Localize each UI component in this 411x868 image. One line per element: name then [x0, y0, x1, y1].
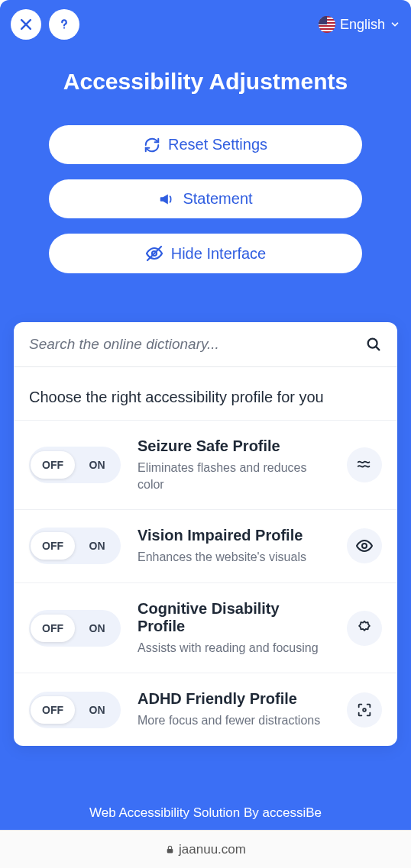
badge-icon [347, 611, 382, 646]
toggle-cognitive-disability[interactable]: OFF ON [29, 610, 121, 647]
toggle-on-label: ON [75, 451, 119, 479]
svg-line-13 [376, 347, 379, 350]
eye-slash-icon [145, 244, 163, 263]
lock-icon [165, 844, 175, 854]
toggle-off-label: OFF [31, 696, 75, 724]
toggle-off-label: OFF [31, 451, 75, 479]
profile-title: ADHD Friendly Profile [138, 690, 330, 708]
hide-interface-button[interactable]: Hide Interface [49, 234, 362, 273]
hero: Accessibility Adjustments Reset Settings… [0, 46, 411, 322]
statement-button[interactable]: Statement [49, 179, 362, 218]
page-title: Accessibility Adjustments [15, 69, 396, 95]
toggle-adhd-friendly[interactable]: OFF ON [29, 692, 121, 728]
focus-icon [347, 692, 382, 728]
toggle-on-label: ON [75, 615, 119, 642]
svg-rect-8 [319, 30, 335, 31]
svg-rect-16 [167, 849, 173, 853]
eye-icon [347, 528, 382, 563]
reset-icon [144, 137, 160, 153]
footer-credit[interactable]: Web Accessibility Solution By accessiBe [0, 798, 411, 830]
profile-seizure-safe: OFF ON Seizure Safe Profile Eliminates f… [14, 420, 397, 509]
toggle-off-label: OFF [31, 615, 75, 642]
language-label: English [340, 17, 385, 33]
profile-vision-impaired: OFF ON Vision Impaired Profile Enhances … [14, 509, 397, 582]
hide-label: Hide Interface [171, 245, 267, 263]
close-button[interactable] [11, 9, 41, 40]
profiles-panel: Choose the right accessibility profile f… [14, 322, 397, 746]
svg-point-2 [63, 27, 65, 28]
browser-domain: jaanuu.com [179, 842, 246, 857]
svg-point-15 [363, 708, 366, 712]
profile-desc: Eliminates flashes and reduces color [138, 460, 330, 492]
reset-label: Reset Settings [168, 136, 267, 153]
toggle-vision-impaired[interactable]: OFF ON [29, 528, 121, 564]
profile-title: Seizure Safe Profile [138, 437, 330, 455]
search-input[interactable] [29, 336, 365, 353]
profile-title: Vision Impaired Profile [138, 527, 330, 544]
svg-point-14 [362, 544, 367, 548]
profile-cognitive-disability: OFF ON Cognitive Disability Profile Assi… [14, 582, 397, 673]
search-bar [14, 322, 397, 367]
toggle-off-label: OFF [31, 532, 75, 560]
toggle-on-label: ON [75, 532, 119, 560]
help-button[interactable] [49, 9, 79, 40]
toggle-on-label: ON [75, 696, 119, 724]
reset-settings-button[interactable]: Reset Settings [49, 125, 362, 164]
language-selector[interactable]: English [319, 16, 400, 33]
help-icon [56, 16, 73, 33]
topbar: English [0, 0, 411, 46]
chevron-down-icon [390, 19, 400, 30]
toggle-seizure-safe[interactable]: OFF ON [29, 447, 121, 483]
svg-rect-9 [319, 16, 327, 24]
statement-label: Statement [183, 190, 252, 208]
search-icon[interactable] [365, 336, 382, 353]
seizure-icon [347, 447, 382, 482]
profile-title: Cognitive Disability Profile [138, 600, 330, 635]
browser-address-bar: jaanuu.com [0, 830, 411, 868]
svg-rect-7 [319, 27, 335, 28]
profile-desc: More focus and fewer distractions [138, 712, 330, 729]
profile-desc: Enhances the website's visuals [138, 549, 330, 566]
profile-adhd-friendly: OFF ON ADHD Friendly Profile More focus … [14, 673, 397, 746]
megaphone-icon [158, 191, 175, 208]
flag-us-icon [319, 16, 335, 33]
profile-desc: Assists with reading and focusing [138, 640, 330, 657]
panel-heading: Choose the right accessibility profile f… [14, 367, 397, 420]
close-icon [18, 17, 34, 32]
